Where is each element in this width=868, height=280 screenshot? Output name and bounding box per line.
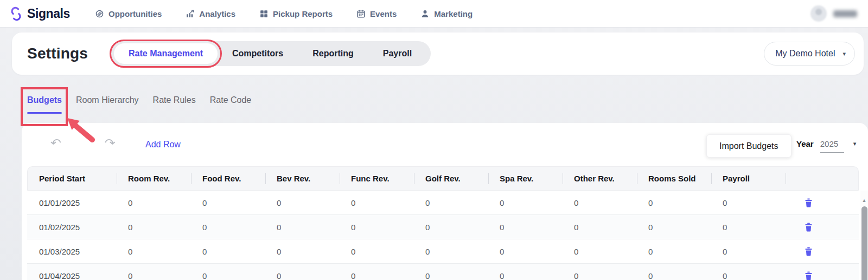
- period-start-cell[interactable]: 01/01/2025: [27, 191, 116, 214]
- hotel-selector-label: My Demo Hotel: [775, 49, 835, 58]
- value-cell[interactable]: 0: [116, 264, 190, 280]
- import-budgets-button[interactable]: Import Budgets: [706, 134, 792, 158]
- subtab-rate-code[interactable]: Rate Code: [210, 95, 252, 114]
- period-start-cell[interactable]: 01/03/2025: [27, 239, 116, 263]
- value-cell[interactable]: 0: [636, 191, 711, 214]
- delete-row-button[interactable]: [785, 239, 859, 263]
- value-cell[interactable]: 0: [636, 264, 711, 280]
- column-header-other-rev: Other Rev.: [563, 167, 637, 190]
- value-cell[interactable]: 0: [265, 239, 339, 263]
- value-cell[interactable]: 0: [488, 264, 562, 280]
- value-cell[interactable]: 0: [562, 191, 636, 214]
- chevron-down-icon: ▾: [843, 51, 846, 57]
- opportunities-icon: [95, 9, 104, 18]
- trash-icon: [805, 247, 813, 256]
- budgets-panel: ↶ ↷ Add Row Import Budgets Year 2025 ▾ P…: [22, 123, 868, 280]
- column-header-func-rev: Func Rev.: [340, 167, 414, 190]
- value-cell[interactable]: 0: [636, 239, 711, 263]
- value-cell[interactable]: 0: [339, 215, 413, 239]
- delete-row-button[interactable]: [785, 191, 859, 214]
- value-cell[interactable]: 0: [265, 215, 339, 239]
- value-cell[interactable]: 0: [190, 239, 265, 263]
- value-cell[interactable]: 0: [562, 264, 636, 280]
- value-cell[interactable]: 0: [190, 215, 265, 239]
- nav-item-label: Events: [370, 9, 397, 18]
- value-cell[interactable]: 0: [190, 191, 265, 214]
- value-cell[interactable]: 0: [711, 264, 785, 280]
- nav-item-events[interactable]: Events: [356, 9, 397, 18]
- tab-label: Rate Management: [129, 49, 203, 58]
- subtab-budgets[interactable]: Budgets: [27, 95, 62, 114]
- value-cell[interactable]: 0: [562, 215, 636, 239]
- nav-item-label: Pickup Reports: [273, 9, 333, 18]
- tab-reporting[interactable]: Reporting: [298, 41, 368, 66]
- value-cell[interactable]: 0: [339, 191, 413, 214]
- table-row: 01/01/2025000000000: [27, 191, 859, 215]
- subtab-room-hierarchy[interactable]: Room Hierarchy: [76, 95, 139, 114]
- scrollbar-thumb[interactable]: [861, 206, 867, 280]
- tab-competitors[interactable]: Competitors: [218, 41, 298, 66]
- redo-icon[interactable]: ↷: [105, 137, 116, 148]
- value-cell[interactable]: 0: [116, 191, 190, 214]
- rate-management-subtabs: BudgetsRoom HierarchyRate RulesRate Code: [27, 95, 251, 114]
- signals-logo-icon: [9, 6, 23, 21]
- table-body: 01/01/202500000000001/02/202500000000001…: [27, 191, 859, 280]
- user-name-blurred: [833, 10, 857, 17]
- delete-row-button[interactable]: [785, 264, 859, 280]
- value-cell[interactable]: 0: [116, 239, 190, 263]
- user-avatar[interactable]: [810, 5, 827, 22]
- settings-header-card: Settings Rate ManagementCompetitorsRepor…: [12, 32, 864, 75]
- column-header-payroll: Payroll: [711, 167, 786, 190]
- nav-item-label: Analytics: [199, 9, 235, 18]
- tab-label: Competitors: [232, 49, 283, 58]
- value-cell[interactable]: 0: [413, 264, 488, 280]
- marketing-icon: [420, 9, 430, 18]
- value-cell[interactable]: 0: [190, 264, 265, 280]
- value-cell[interactable]: 0: [339, 264, 413, 280]
- period-start-cell[interactable]: 01/02/2025: [27, 215, 116, 239]
- hotel-selector[interactable]: My Demo Hotel ▾: [764, 42, 855, 66]
- value-cell[interactable]: 0: [339, 239, 413, 263]
- value-cell[interactable]: 0: [488, 191, 562, 214]
- value-cell[interactable]: 0: [413, 191, 488, 214]
- table-header-row: Period StartRoom Rev.Food Rev.Bev Rev.Fu…: [27, 166, 859, 191]
- value-cell[interactable]: 0: [711, 191, 785, 214]
- column-header-golf-rev: Golf Rev.: [414, 167, 488, 190]
- value-cell[interactable]: 0: [265, 264, 339, 280]
- tab-rate-management[interactable]: Rate Management: [114, 43, 218, 64]
- value-cell[interactable]: 0: [488, 215, 562, 239]
- app-canvas: Signals OpportunitiesAnalyticsPickup Rep…: [0, 0, 868, 280]
- column-header-rooms-sold: Rooms Sold: [637, 167, 711, 190]
- tab-label: Reporting: [312, 49, 354, 58]
- budgets-toolbar: ↶ ↷ Add Row Import Budgets Year 2025 ▾: [22, 123, 868, 166]
- vertical-scrollbar[interactable]: ▲: [860, 191, 868, 280]
- period-start-cell[interactable]: 01/04/2025: [27, 264, 116, 280]
- value-cell[interactable]: 0: [413, 215, 488, 239]
- trash-icon: [805, 223, 813, 232]
- value-cell[interactable]: 0: [711, 215, 785, 239]
- nav-item-pickup-reports[interactable]: Pickup Reports: [259, 9, 333, 18]
- undo-icon[interactable]: ↶: [50, 137, 61, 148]
- nav-item-analytics[interactable]: Analytics: [186, 9, 235, 18]
- scroll-up-arrow-icon[interactable]: ▲: [862, 198, 867, 203]
- tab-payroll[interactable]: Payroll: [368, 41, 426, 66]
- value-cell[interactable]: 0: [488, 239, 562, 263]
- subtab-rate-rules[interactable]: Rate Rules: [153, 95, 196, 114]
- tab-label: Payroll: [383, 49, 412, 58]
- pickup-reports-icon: [259, 9, 269, 18]
- add-row-button[interactable]: Add Row: [145, 140, 181, 149]
- value-cell[interactable]: 0: [562, 239, 636, 263]
- events-icon: [356, 9, 366, 18]
- value-cell[interactable]: 0: [116, 215, 190, 239]
- brand-logo[interactable]: Signals: [9, 6, 70, 21]
- year-select[interactable]: 2025 ▾: [820, 139, 857, 153]
- nav-item-marketing[interactable]: Marketing: [420, 9, 473, 18]
- value-cell[interactable]: 0: [413, 239, 488, 263]
- table-row: 01/02/2025000000000: [27, 215, 859, 239]
- value-cell[interactable]: 0: [636, 215, 711, 239]
- value-cell[interactable]: 0: [265, 191, 339, 214]
- nav-item-opportunities[interactable]: Opportunities: [95, 9, 162, 18]
- nav-item-label: Marketing: [434, 9, 473, 18]
- delete-row-button[interactable]: [785, 215, 859, 239]
- value-cell[interactable]: 0: [711, 239, 785, 263]
